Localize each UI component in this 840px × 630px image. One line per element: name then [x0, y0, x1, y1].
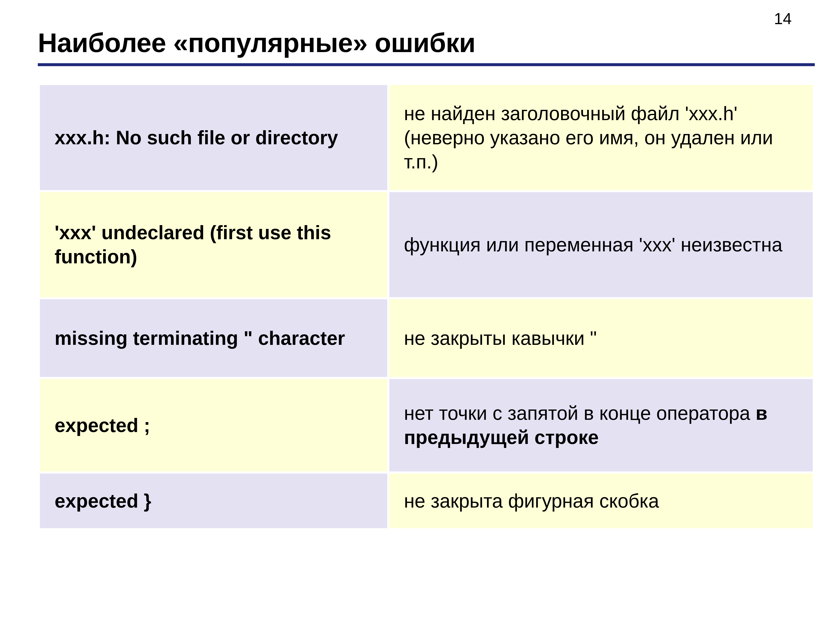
table-row: expected ; нет точки с запятой в конце о…: [40, 379, 813, 471]
table-row: xxx.h: No such file or directory не найд…: [40, 85, 813, 190]
error-explanation: нет точки с запятой в конце оператора в …: [389, 379, 813, 471]
error-message: expected ;: [40, 379, 387, 471]
table-row: missing terminating " character не закры…: [40, 299, 813, 377]
table-row: expected } не закрыта фигурная скобка: [40, 474, 813, 528]
table-row: 'xxx' undeclared (first use this functio…: [40, 192, 813, 297]
slide-title: Наиболее «популярные» ошибки: [38, 27, 815, 58]
error-message: expected }: [40, 474, 387, 528]
error-message: missing terminating " character: [40, 299, 387, 377]
error-explanation: функция или переменная 'xxx' неизвестна: [389, 192, 813, 297]
error-explanation: не закрыты кавычки ": [389, 299, 813, 377]
page-number: 14: [774, 9, 792, 28]
error-explanation: не закрыта фигурная скобка: [389, 474, 813, 528]
error-message: 'xxx' undeclared (first use this functio…: [40, 192, 387, 297]
error-message: xxx.h: No such file or directory: [40, 85, 387, 190]
explanation-text: нет точки с запятой в конце оператора: [404, 403, 756, 424]
title-rule: [38, 63, 815, 66]
error-explanation: не найден заголовочный файл 'xxx.h' (нев…: [389, 85, 813, 190]
errors-table: xxx.h: No such file or directory не найд…: [38, 83, 815, 530]
slide: 14 Наиболее «популярные» ошибки xxx.h: N…: [0, 0, 840, 630]
